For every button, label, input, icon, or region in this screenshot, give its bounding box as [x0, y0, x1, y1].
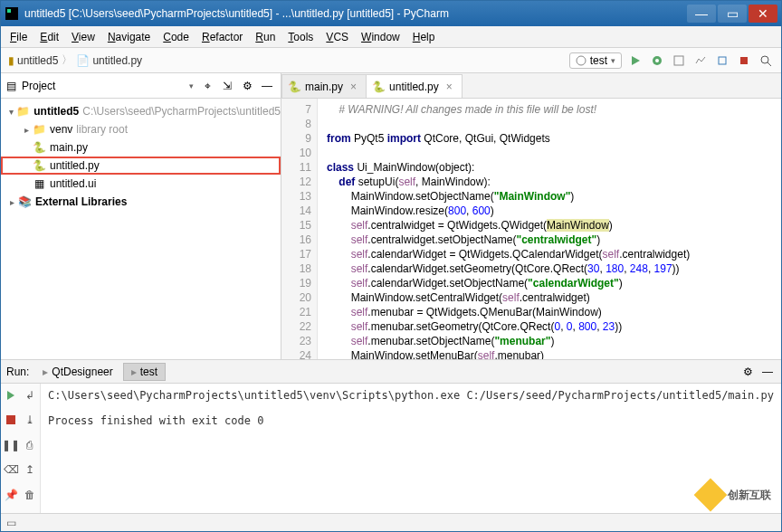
run-panel-gear-icon[interactable]: ⚙	[739, 364, 756, 380]
print-button[interactable]: ⎙	[22, 437, 38, 453]
menu-view[interactable]: View	[66, 29, 100, 45]
coverage-button[interactable]	[671, 52, 687, 69]
svg-rect-12	[6, 415, 15, 424]
clear-all-button[interactable]: ⌫	[3, 461, 19, 478]
tree-item-main-py[interactable]: 🐍main.py	[1, 138, 281, 157]
tree-item-untitled-py[interactable]: 🐍untitled.py	[1, 157, 281, 175]
menu-vcs[interactable]: VCS	[320, 29, 354, 45]
svg-point-9	[761, 56, 768, 63]
menubar: FileEditViewNavigateCodeRefactorRunTools…	[1, 26, 781, 48]
svg-point-5	[655, 59, 659, 62]
menu-window[interactable]: Window	[356, 29, 405, 45]
debug-button[interactable]	[649, 52, 665, 69]
scroll-to-end-button[interactable]: ⤓	[22, 412, 38, 428]
attach-button[interactable]	[714, 52, 730, 69]
titlebar: untitled5 [C:\Users\seed\PycharmProjects…	[1, 1, 781, 26]
svg-rect-8	[740, 57, 748, 64]
menu-file[interactable]: File	[5, 29, 33, 45]
pin-button[interactable]: 📌	[3, 487, 19, 503]
toggle-soft-wrap-button[interactable]: ↲	[22, 387, 38, 404]
stop-run-button[interactable]	[3, 412, 19, 428]
editor-area: 🐍main.py×🐍untitled.py× 78910111213141516…	[281, 73, 781, 359]
profile-button[interactable]	[692, 52, 709, 69]
run-panel: Run: ▸QtDesigneer▸test ⚙ — ↲ ⤓ ❚❚ ⎙ ⌫ ↥ …	[1, 359, 781, 513]
svg-marker-11	[7, 391, 14, 400]
run-config-selector[interactable]: test ▾	[569, 52, 622, 69]
project-tree[interactable]: ▾📁untitled5C:\Users\seed\PycharmProjects…	[1, 99, 281, 359]
breadcrumb-item[interactable]: 📄 untitled.py	[76, 54, 142, 67]
menu-help[interactable]: Help	[407, 29, 441, 45]
run-tab-QtDesigneer[interactable]: ▸QtDesigneer	[34, 363, 120, 381]
up-the-stack-button[interactable]: ↥	[22, 461, 38, 478]
collapse-icon[interactable]: ⇲	[219, 78, 235, 94]
breadcrumb-separator: 〉	[62, 52, 72, 68]
close-tab-icon[interactable]: ×	[446, 81, 453, 93]
gutter: 789101112131415161718192021222324	[281, 99, 318, 359]
menu-run[interactable]: Run	[250, 29, 281, 45]
sidebar-title: Project	[22, 80, 184, 92]
search-everywhere-icon[interactable]	[758, 52, 774, 69]
console-output[interactable]: C:\Users\seed\PycharmProjects\untitled5\…	[41, 384, 781, 513]
svg-marker-3	[632, 56, 640, 65]
tab-main-py[interactable]: 🐍main.py×	[281, 74, 367, 98]
run-button[interactable]	[627, 52, 644, 69]
close-button[interactable]: ✕	[749, 5, 777, 23]
menu-tools[interactable]: Tools	[282, 29, 319, 45]
code-editor[interactable]: 789101112131415161718192021222324 # WARN…	[281, 99, 781, 359]
svg-rect-6	[674, 56, 683, 65]
window-title: untitled5 [C:\Users\seed\PycharmProjects…	[24, 7, 687, 20]
chevron-down-icon[interactable]: ▾	[189, 81, 194, 90]
menu-refactor[interactable]: Refactor	[196, 29, 248, 45]
svg-point-2	[577, 56, 586, 65]
project-toolwindow-icon: ▤	[6, 80, 16, 92]
svg-line-10	[768, 62, 771, 66]
breadcrumb: ▮ untitled5〉📄 untitled.py	[8, 52, 142, 68]
run-config-icon: ▸	[131, 366, 137, 378]
editor-tabs: 🐍main.py×🐍untitled.py×	[281, 73, 781, 99]
minimize-button[interactable]: —	[687, 5, 716, 23]
run-label: Run:	[6, 366, 29, 378]
pycharm-icon	[5, 6, 19, 21]
tab-untitled-py[interactable]: 🐍untitled.py×	[366, 74, 463, 98]
run-config-icon	[576, 55, 586, 66]
chevron-down-icon: ▾	[611, 56, 615, 65]
project-sidebar: ▤ Project ▾ ⌖ ⇲ ⚙ — ▾📁untitled5C:\Users\…	[1, 73, 281, 359]
menu-code[interactable]: Code	[157, 29, 195, 45]
menu-edit[interactable]: Edit	[34, 29, 64, 45]
tree-item-untitled-ui[interactable]: ▦untitled.ui	[1, 175, 281, 193]
stop-button[interactable]	[736, 52, 752, 69]
run-panel-hide-icon[interactable]: —	[759, 364, 776, 380]
svg-rect-7	[719, 57, 726, 64]
target-icon[interactable]: ⌖	[199, 78, 215, 94]
python-file-icon: 🐍	[288, 81, 301, 93]
rerun-button[interactable]	[3, 387, 19, 404]
run-panel-tabs: Run: ▸QtDesigneer▸test ⚙ —	[1, 360, 781, 384]
svg-rect-1	[7, 9, 11, 13]
pause-button[interactable]: ❚❚	[3, 437, 19, 453]
code-content[interactable]: # WARNING! All changes made in this file…	[318, 99, 781, 359]
close-tab-icon[interactable]: ×	[350, 81, 357, 93]
tree-item-External-Libraries[interactable]: ▸📚External Libraries	[1, 193, 281, 211]
run-config-label: test	[590, 54, 607, 67]
run-side-toolbar: ↲ ⤓ ❚❚ ⎙ ⌫ ↥ 📌 🗑	[1, 384, 41, 513]
menu-navigate[interactable]: Navigate	[102, 29, 156, 45]
hide-icon[interactable]: —	[259, 78, 275, 94]
python-file-icon: 🐍	[372, 81, 386, 93]
run-tab-test[interactable]: ▸test	[123, 363, 166, 381]
breadcrumb-item[interactable]: ▮ untitled5	[8, 54, 58, 67]
delete-button[interactable]: 🗑	[22, 487, 38, 503]
navbar: ▮ untitled5〉📄 untitled.py test ▾	[1, 48, 781, 73]
sidebar-header: ▤ Project ▾ ⌖ ⇲ ⚙ —	[1, 73, 281, 99]
status-icon: ▭	[6, 517, 16, 529]
tree-item-venv[interactable]: ▸📁venvlibrary root	[1, 120, 281, 138]
maximize-button[interactable]: ▭	[718, 5, 747, 23]
tree-item-untitled5[interactable]: ▾📁untitled5C:\Users\seed\PycharmProjects…	[1, 102, 281, 120]
gear-icon[interactable]: ⚙	[239, 78, 255, 94]
statusbar: ▭	[1, 513, 781, 531]
run-config-icon: ▸	[43, 366, 48, 378]
